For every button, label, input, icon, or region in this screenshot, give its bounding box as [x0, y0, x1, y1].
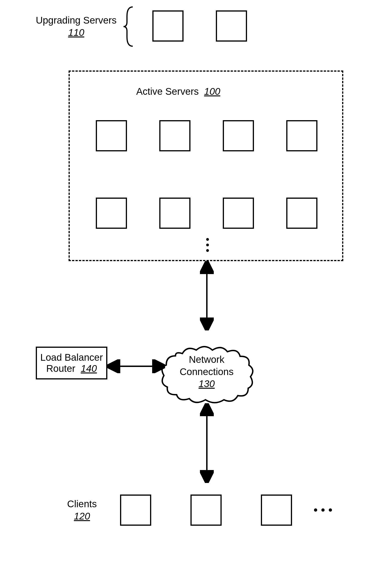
upgrading-servers-text: Upgrading Servers [36, 15, 117, 26]
load-balancer-box: Load Balancer Router 140 [36, 347, 107, 379]
client-box [120, 495, 151, 526]
network-cloud-label: Network Connections 130 [157, 353, 256, 390]
client-box [190, 495, 222, 526]
horizontal-ellipsis-icon [314, 508, 332, 512]
upgrading-server-box [152, 10, 183, 42]
brace-icon [122, 6, 135, 47]
active-server-box [159, 198, 190, 229]
diagram-canvas: Upgrading Servers 110 Active Servers 100 [0, 0, 392, 568]
lb-line2-prefix: Router [46, 363, 75, 374]
client-box [261, 495, 292, 526]
active-server-box [96, 120, 127, 151]
active-server-box [223, 198, 254, 229]
clients-text: Clients [67, 498, 97, 509]
upgrading-servers-label: Upgrading Servers 110 [35, 14, 118, 39]
active-servers-text: Active Servers [136, 86, 199, 97]
double-arrow-vertical-icon [200, 261, 214, 330]
active-server-box [286, 120, 317, 151]
lb-ref: 140 [81, 363, 97, 374]
network-cloud: Network Connections 130 [157, 330, 256, 404]
double-arrow-vertical-icon [200, 403, 214, 483]
active-servers-ref: 100 [204, 86, 220, 97]
active-servers-title: Active Servers 100 [136, 86, 242, 98]
clients-label: Clients 120 [59, 498, 105, 522]
clients-ref: 120 [74, 511, 90, 522]
active-server-box [286, 198, 317, 229]
network-line2: Connections [180, 366, 233, 377]
active-servers-container [69, 71, 343, 261]
lb-line1: Load Balancer [40, 352, 103, 363]
upgrading-servers-ref: 110 [68, 27, 84, 38]
upgrading-server-box [216, 10, 247, 42]
network-line1: Network [189, 354, 224, 365]
double-arrow-horizontal-icon [107, 359, 165, 373]
active-server-box [96, 198, 127, 229]
active-server-box [223, 120, 254, 151]
active-server-box [159, 120, 190, 151]
network-ref: 130 [198, 378, 215, 389]
vertical-ellipsis-icon [206, 238, 209, 252]
